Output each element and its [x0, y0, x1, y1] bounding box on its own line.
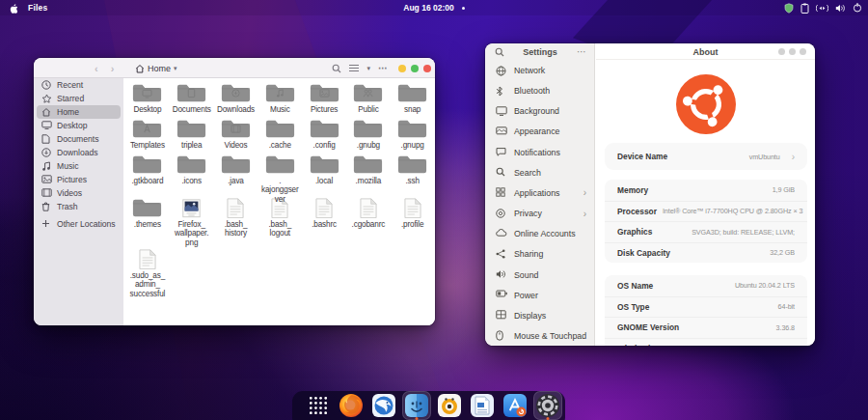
file-item[interactable]: .config: [302, 117, 346, 150]
info-label: Memory: [617, 185, 648, 195]
file-label: .profile: [401, 220, 423, 229]
settings-item-sharing[interactable]: Sharing: [485, 244, 595, 265]
background-icon: [496, 106, 506, 117]
dock-settings[interactable]: [533, 391, 562, 420]
file-item[interactable]: .gnubg: [346, 117, 391, 150]
back-button[interactable]: ‹: [95, 63, 98, 74]
dock-cheese[interactable]: [435, 391, 464, 420]
shield-icon[interactable]: [784, 3, 794, 14]
system-tray[interactable]: [784, 3, 862, 14]
downloads-icon: [41, 148, 51, 157]
file-item[interactable]: Public: [346, 81, 391, 114]
file-item[interactable]: .bashrc: [302, 196, 346, 247]
settings-item-bluetooth[interactable]: Bluetooth: [485, 81, 595, 101]
dock-thunderbird[interactable]: [369, 391, 398, 420]
sidebar-item-downloads[interactable]: Downloads: [37, 146, 121, 159]
sidebar-item-recent[interactable]: Recent: [37, 78, 121, 92]
show-apps-icon: [310, 397, 327, 414]
folder-icon: [353, 81, 383, 103]
file-item[interactable]: snap: [391, 81, 435, 114]
file-item[interactable]: Downloads: [214, 81, 258, 114]
file-label: Music: [270, 105, 290, 114]
sidebar-item-music[interactable]: Music: [37, 159, 121, 173]
settings-menu-button[interactable]: ⋯: [577, 46, 587, 57]
dock-files[interactable]: [402, 391, 431, 420]
view-caret-icon[interactable]: ▾: [366, 65, 370, 72]
sidebar-item-desktop[interactable]: Desktop: [37, 119, 121, 132]
settings-item-search[interactable]: Search: [485, 162, 595, 182]
settings-item-background[interactable]: Background: [485, 101, 595, 122]
file-label: Downloads: [217, 105, 255, 114]
settings-item-sound[interactable]: Sound: [485, 265, 595, 285]
path-label: Home: [148, 64, 171, 73]
settings-item-label: Sound: [514, 270, 538, 280]
info-row[interactable]: Device NamevmUbuntu›: [605, 143, 807, 170]
settings-item-mouse-touchpad[interactable]: Mouse & Touchpad: [485, 325, 595, 346]
file-item[interactable]: .sudo_as_ admin_ successful: [125, 247, 170, 298]
net-arrows-icon[interactable]: [816, 4, 828, 13]
view-toggle-button[interactable]: [349, 64, 359, 72]
file-item[interactable]: .bash_ history: [214, 196, 258, 247]
settings-item-notifications[interactable]: Notifications: [485, 142, 595, 162]
dock-libreoffice-writer[interactable]: [468, 391, 497, 420]
home-icon: [41, 107, 51, 117]
settings-item-appearance[interactable]: Appearance: [485, 122, 595, 142]
file-item[interactable]: .profile: [391, 196, 435, 247]
file-item[interactable]: Documents: [170, 81, 214, 114]
forward-button[interactable]: ›: [111, 63, 115, 74]
window-controls[interactable]: [398, 58, 431, 78]
file-item[interactable]: triplea: [170, 117, 214, 150]
file-label: .bash_ logout: [268, 220, 291, 238]
clock-button[interactable]: Aug 16 02:00: [0, 3, 868, 13]
file-item[interactable]: Videos: [214, 117, 258, 150]
search-button[interactable]: [332, 64, 341, 73]
dock-firefox[interactable]: [337, 391, 366, 420]
file-item[interactable]: Music: [258, 81, 302, 114]
sidebar-item-other-locations[interactable]: Other Locations: [37, 217, 121, 231]
maximize-button[interactable]: [411, 65, 419, 72]
chevron-right-icon: ›: [792, 152, 795, 162]
mouse-icon: [496, 330, 506, 341]
sidebar-item-home[interactable]: Home: [37, 105, 121, 119]
sidebar-item-documents[interactable]: Documents: [37, 132, 121, 146]
folder-icon: [397, 117, 427, 139]
hardware-info-card: Memory1,9 GiBProcessorIntel® Core™ i7-77…: [605, 180, 807, 263]
window-control-dot[interactable]: [789, 48, 796, 55]
settings-item-displays[interactable]: Displays: [485, 305, 595, 325]
file-item[interactable]: .cgobanrc: [346, 196, 391, 247]
sidebar-item-trash[interactable]: Trash: [37, 200, 121, 213]
dock-show-apps[interactable]: [304, 391, 333, 420]
file-item[interactable]: Templates: [125, 117, 170, 150]
settings-window-controls[interactable]: [778, 43, 806, 60]
file-item[interactable]: Desktop: [125, 81, 170, 114]
volume-icon[interactable]: [835, 4, 846, 13]
displays-icon: [496, 310, 506, 321]
file-label: Documents: [173, 105, 211, 114]
close-button[interactable]: [423, 65, 431, 72]
file-item[interactable]: . kajonggser ver: [258, 153, 302, 204]
settings-item-privacy[interactable]: Privacy›: [485, 204, 595, 224]
file-item[interactable]: Pictures: [302, 81, 346, 114]
sidebar-item-pictures[interactable]: Pictures: [37, 173, 121, 186]
minimize-button[interactable]: [398, 65, 406, 72]
settings-item-applications[interactable]: Applications›: [485, 182, 595, 203]
file-item[interactable]: .gnupg: [391, 117, 435, 150]
dock-software[interactable]: [501, 391, 529, 420]
sidebar-item-videos[interactable]: Videos: [37, 186, 121, 200]
file-item[interactable]: .themes: [125, 196, 170, 247]
sidebar-item-starred[interactable]: Starred: [37, 92, 121, 105]
file-item[interactable]: Firefox_ wallpaper. png: [170, 196, 214, 247]
settings-item-online-accounts[interactable]: Online Accounts: [485, 224, 595, 244]
path-button[interactable]: Home ▾: [131, 61, 181, 75]
file-item[interactable]: .cache: [258, 117, 302, 150]
privacy-icon: [496, 209, 506, 219]
window-control-dot[interactable]: [778, 48, 785, 55]
settings-item-power[interactable]: Power: [485, 285, 595, 305]
settings-item-network[interactable]: Network: [485, 61, 595, 81]
recent-icon: [41, 80, 51, 90]
window-control-dot[interactable]: [800, 48, 806, 55]
device-name-card[interactable]: Device NamevmUbuntu›: [605, 143, 807, 170]
clipboard-icon[interactable]: [800, 3, 809, 14]
power-icon[interactable]: [853, 3, 862, 13]
window-menu-button[interactable]: ⋯: [378, 63, 389, 73]
